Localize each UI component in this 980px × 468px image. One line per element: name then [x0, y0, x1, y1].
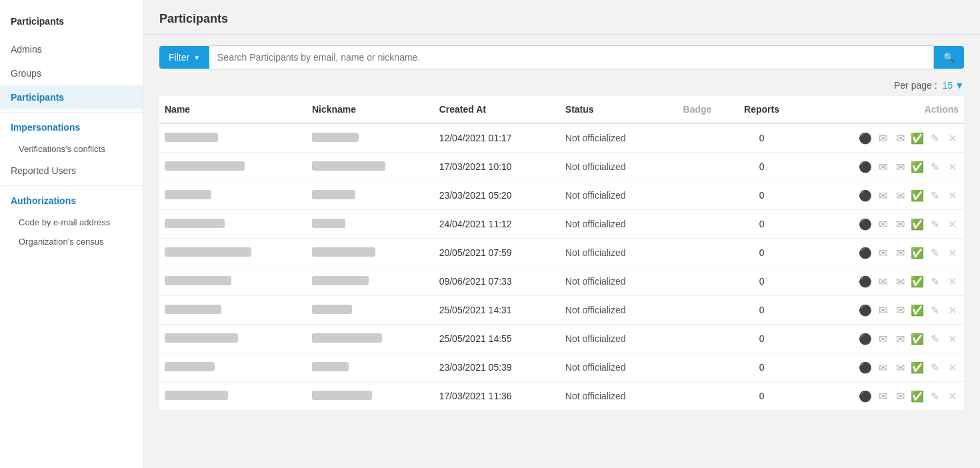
cell-status: Not officialized [560, 267, 668, 296]
email-icon[interactable]: ✉ [893, 131, 907, 145]
table-row: 23/03/2021 05:39 Not officialized 0 ⚫ ✉ … [159, 353, 964, 382]
cell-created-at: 25/05/2021 14:31 [434, 296, 560, 325]
edit-icon[interactable]: ✎ [928, 332, 941, 345]
edit-icon[interactable]: ✎ [928, 131, 941, 145]
email-icon[interactable]: ✉ [893, 160, 907, 173]
delete-icon[interactable]: ✕ [945, 246, 959, 259]
per-page-value: 15 [943, 80, 953, 91]
delete-icon[interactable]: ✕ [945, 332, 959, 345]
sidebar-item-impersonations[interactable]: Impersonations [0, 115, 143, 139]
email-icon[interactable]: ✉ [893, 332, 907, 345]
cell-badge [667, 181, 727, 210]
email-icon[interactable]: ✉ [893, 275, 907, 288]
ban-icon[interactable]: ⚫ [859, 160, 872, 173]
sidebar-item-admins[interactable]: Admins [0, 37, 143, 61]
verify-icon[interactable]: ✅ [911, 217, 924, 231]
table-row: 24/04/2021 11:12 Not officialized 0 ⚫ ✉ … [159, 210, 964, 239]
cell-nickname [307, 123, 434, 153]
edit-icon[interactable]: ✎ [928, 160, 941, 173]
delete-icon[interactable]: ✕ [945, 389, 959, 403]
delete-icon[interactable]: ✕ [945, 303, 959, 317]
message-icon[interactable]: ✉ [876, 389, 889, 403]
message-icon[interactable]: ✉ [876, 275, 889, 288]
cell-reports: 0 [727, 267, 796, 296]
edit-icon[interactable]: ✎ [928, 189, 941, 202]
sidebar-item-authorizations[interactable]: Authorizations [0, 189, 143, 213]
ban-icon[interactable]: ⚫ [859, 131, 872, 145]
sidebar-subitem-org-census[interactable]: Organization's census [0, 232, 143, 251]
verify-icon[interactable]: ✅ [911, 160, 924, 173]
message-icon[interactable]: ✉ [876, 189, 889, 202]
col-reports: Reports [727, 96, 796, 123]
message-icon[interactable]: ✉ [876, 332, 889, 345]
ban-icon[interactable]: ⚫ [859, 189, 872, 202]
search-button[interactable]: 🔍 [934, 46, 964, 69]
filter-button[interactable]: Filter ▼ [159, 46, 209, 69]
edit-icon[interactable]: ✎ [928, 217, 941, 231]
edit-icon[interactable]: ✎ [928, 389, 941, 403]
cell-name [159, 353, 307, 382]
verify-icon[interactable]: ✅ [911, 275, 924, 288]
sidebar-subitem-code-by-email[interactable]: Code by e-mail address [0, 213, 143, 232]
edit-icon[interactable]: ✎ [928, 246, 941, 259]
ban-icon[interactable]: ⚫ [859, 275, 872, 288]
message-icon[interactable]: ✉ [876, 303, 889, 317]
cell-actions: ⚫ ✉ ✉ ✅ ✎ ✕ [797, 210, 964, 239]
edit-icon[interactable]: ✎ [928, 275, 941, 288]
delete-icon[interactable]: ✕ [945, 131, 959, 145]
message-icon[interactable]: ✉ [876, 160, 889, 173]
delete-icon[interactable]: ✕ [945, 189, 959, 202]
cell-actions: ⚫ ✉ ✉ ✅ ✎ ✕ [797, 353, 964, 382]
sidebar-item-participants[interactable]: Participants [0, 85, 143, 109]
sidebar-subitem-verifications-conflicts[interactable]: Verifications's conflicts [0, 139, 143, 159]
ban-icon[interactable]: ⚫ [859, 246, 872, 259]
email-icon[interactable]: ✉ [893, 217, 907, 231]
sidebar-item-groups[interactable]: Groups [0, 61, 143, 85]
cell-nickname [307, 382, 434, 411]
verify-icon[interactable]: ✅ [911, 332, 924, 345]
verify-icon[interactable]: ✅ [911, 303, 924, 317]
email-icon[interactable]: ✉ [893, 246, 907, 259]
delete-icon[interactable]: ✕ [945, 160, 959, 173]
cell-name [159, 153, 307, 181]
verify-icon[interactable]: ✅ [911, 189, 924, 202]
email-icon[interactable]: ✉ [893, 361, 907, 374]
ban-icon[interactable]: ⚫ [859, 361, 872, 374]
cell-badge [667, 210, 727, 239]
cell-created-at: 17/03/2021 10:10 [434, 153, 560, 181]
message-icon[interactable]: ✉ [876, 361, 889, 374]
cell-created-at: 23/03/2021 05:20 [434, 181, 560, 210]
edit-icon[interactable]: ✎ [928, 303, 941, 317]
sidebar-title: Participants [0, 11, 143, 37]
edit-icon[interactable]: ✎ [928, 361, 941, 374]
message-icon[interactable]: ✉ [876, 246, 889, 259]
delete-icon[interactable]: ✕ [945, 361, 959, 374]
table-row: 17/03/2021 11:36 Not officialized 0 ⚫ ✉ … [159, 382, 964, 411]
message-icon[interactable]: ✉ [876, 217, 889, 231]
delete-icon[interactable]: ✕ [945, 217, 959, 231]
delete-icon[interactable]: ✕ [945, 275, 959, 288]
verify-icon[interactable]: ✅ [911, 361, 924, 374]
message-icon[interactable]: ✉ [876, 131, 889, 145]
cell-nickname [307, 267, 434, 296]
ban-icon[interactable]: ⚫ [859, 217, 872, 231]
col-status: Status [560, 96, 668, 123]
ban-icon[interactable]: ⚫ [859, 389, 872, 403]
cell-nickname [307, 353, 434, 382]
sidebar: Participants Admins Groups Participants … [0, 0, 143, 468]
email-icon[interactable]: ✉ [893, 189, 907, 202]
verify-icon[interactable]: ✅ [911, 389, 924, 403]
verify-icon[interactable]: ✅ [911, 246, 924, 259]
cell-reports: 0 [727, 123, 796, 153]
cell-nickname [307, 296, 434, 325]
ban-icon[interactable]: ⚫ [859, 303, 872, 317]
sidebar-item-reported-users[interactable]: Reported Users [0, 159, 143, 183]
ban-icon[interactable]: ⚫ [859, 332, 872, 345]
verify-icon[interactable]: ✅ [911, 131, 924, 145]
email-icon[interactable]: ✉ [893, 389, 907, 403]
email-icon[interactable]: ✉ [893, 303, 907, 317]
search-input[interactable] [209, 45, 934, 69]
per-page-select[interactable]: 15 ▼ [943, 80, 964, 91]
cell-created-at: 17/03/2021 11:36 [434, 382, 560, 411]
cell-badge [667, 239, 727, 267]
